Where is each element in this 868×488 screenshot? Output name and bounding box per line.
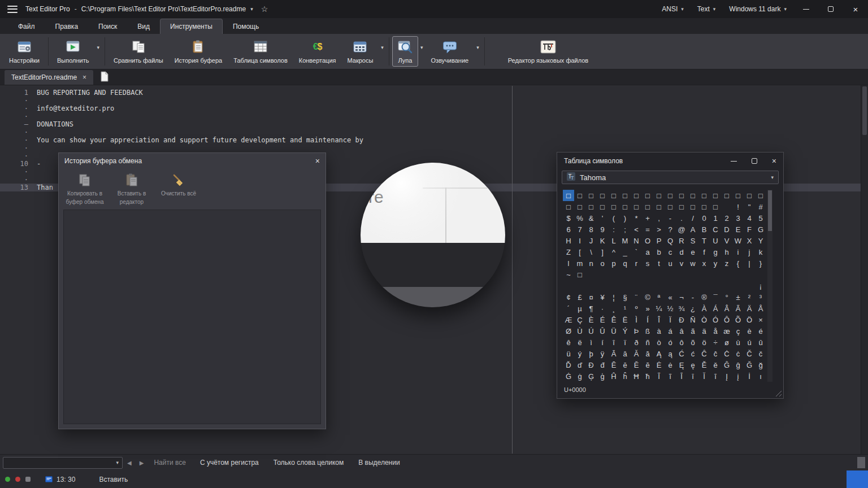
toolbar-dropdown-magnifier[interactable]: ▾ — [418, 43, 426, 51]
char-cell[interactable]: ę — [687, 359, 698, 371]
char-cell[interactable]: □ — [721, 190, 732, 201]
char-cell[interactable]: ÿ — [597, 348, 608, 359]
tab-close-icon[interactable]: × — [83, 73, 86, 81]
char-cell[interactable]: Þ — [631, 325, 642, 337]
char-cell[interactable]: K — [597, 235, 608, 246]
char-cell[interactable]: w — [687, 258, 698, 269]
char-cell[interactable]: ĭ — [710, 371, 721, 382]
insert-mode-label[interactable]: Вставить — [99, 476, 128, 483]
char-cell[interactable]: H — [563, 235, 574, 246]
char-cell[interactable]: Đ — [585, 359, 597, 371]
char-cell[interactable]: ¦ — [608, 291, 619, 303]
char-cell[interactable]: : — [608, 224, 619, 235]
char-cell[interactable]: □ — [608, 201, 619, 212]
char-cell[interactable] — [721, 201, 732, 212]
char-cell[interactable]: é — [755, 325, 766, 337]
char-cell[interactable]: □ — [574, 190, 585, 201]
search-option-whole-words[interactable]: Только слова целиком — [266, 459, 351, 467]
char-cell[interactable]: Z — [563, 246, 574, 258]
doc-type-select[interactable]: Text▾ — [691, 0, 723, 18]
char-cell[interactable]: ĉ — [710, 348, 721, 359]
char-cell[interactable] — [619, 269, 631, 280]
char-cell[interactable]: r — [631, 258, 642, 269]
char-cell[interactable]: { — [732, 258, 744, 269]
char-cell[interactable] — [721, 280, 732, 291]
char-cell[interactable] — [698, 269, 710, 280]
char-cell[interactable]: T — [698, 235, 710, 246]
char-cell[interactable] — [631, 269, 642, 280]
char-cell[interactable]: À — [698, 303, 710, 314]
editor-line-7[interactable]: ·You can show your appreciation and supp… — [0, 136, 868, 144]
char-cell[interactable]: □ — [710, 201, 721, 212]
char-cell[interactable]: Ù — [574, 325, 585, 337]
char-cell[interactable]: q — [619, 258, 631, 269]
char-cell[interactable]: ! — [732, 201, 744, 212]
char-cell[interactable]: i — [732, 246, 744, 258]
char-cell[interactable]: ) — [619, 212, 631, 224]
char-cell[interactable]: Ę — [676, 359, 687, 371]
char-cell[interactable]: W — [732, 235, 744, 246]
char-cell[interactable]: Û — [597, 325, 608, 337]
char-cell[interactable]: F — [744, 224, 755, 235]
char-cell[interactable] — [563, 280, 574, 291]
editor-line-3[interactable]: ·info@texteditor.pro — [0, 104, 868, 112]
char-cell[interactable]: C — [710, 224, 721, 235]
char-cell[interactable]: ³ — [755, 291, 766, 303]
char-cell[interactable] — [687, 269, 698, 280]
char-cell[interactable]: 4 — [744, 212, 755, 224]
char-cell[interactable]: · — [597, 303, 608, 314]
toolbar-button-speech[interactable]: Озвучивание — [425, 36, 474, 67]
toolbar-button-magnifier[interactable]: Лупа — [392, 36, 418, 67]
char-cell[interactable]: õ — [687, 337, 698, 348]
char-cell[interactable]: g — [710, 246, 721, 258]
char-cell[interactable]: ¯ — [710, 291, 721, 303]
close-icon[interactable]: × — [772, 156, 776, 165]
char-cell[interactable] — [574, 280, 585, 291]
menu-item-help[interactable]: Помощь — [223, 19, 269, 34]
char-cell[interactable]: ß — [642, 325, 653, 337]
char-cell[interactable]: □ — [665, 201, 676, 212]
char-cell[interactable]: á — [665, 325, 676, 337]
char-cell[interactable]: | — [744, 258, 755, 269]
char-cell[interactable]: ï — [619, 337, 631, 348]
char-cell[interactable]: } — [755, 258, 766, 269]
char-cell[interactable]: Ï — [665, 314, 676, 325]
char-cell[interactable]: 8 — [585, 224, 597, 235]
char-cell[interactable]: * — [631, 212, 642, 224]
char-cell[interactable]: □ — [653, 201, 665, 212]
char-cell[interactable]: □ — [631, 190, 642, 201]
char-cell[interactable]: a — [642, 246, 653, 258]
char-cell[interactable]: □ — [755, 190, 766, 201]
char-cell[interactable]: 2 — [721, 212, 732, 224]
char-cell[interactable]: Ģ — [585, 371, 597, 382]
char-cell[interactable]: □ — [619, 190, 631, 201]
char-cell[interactable]: ĕ — [642, 359, 653, 371]
char-cell[interactable]: Ċ — [721, 348, 732, 359]
char-cell[interactable]: y — [710, 258, 721, 269]
char-cell[interactable]: X — [744, 235, 755, 246]
char-cell[interactable]: è — [744, 325, 755, 337]
toolbar-button-char-table[interactable]: Таблица символов — [228, 36, 293, 67]
char-cell[interactable]: ° — [721, 291, 732, 303]
char-cell[interactable]: ĝ — [732, 359, 744, 371]
char-cell[interactable]: Į — [721, 371, 732, 382]
char-cell[interactable]: ¡ — [755, 280, 766, 291]
char-cell[interactable]: < — [631, 224, 642, 235]
char-cell[interactable]: & — [585, 212, 597, 224]
char-cell[interactable]: Ā — [608, 348, 619, 359]
char-cell[interactable]: P — [653, 235, 665, 246]
encoding-select[interactable]: ANSI▾ — [655, 0, 691, 18]
char-cell[interactable]: ă — [642, 348, 653, 359]
clipboard-button-copy-to-clipboard[interactable]: Копировать вбуфер обмена — [62, 171, 107, 208]
toolbar-button-language-editor[interactable]: Редактор языковых файлов — [502, 36, 594, 67]
char-cell[interactable]: Ú — [585, 325, 597, 337]
char-cell[interactable]: , — [653, 212, 665, 224]
menu-item-file[interactable]: Файл — [8, 19, 45, 34]
char-cell[interactable]: ± — [732, 291, 744, 303]
char-cell[interactable]: µ — [574, 303, 585, 314]
char-cell[interactable] — [642, 280, 653, 291]
char-cell[interactable]: Ė — [653, 359, 665, 371]
char-cell[interactable]: Ì — [631, 314, 642, 325]
char-cell[interactable]: ® — [698, 291, 710, 303]
hamburger-menu-icon[interactable] — [7, 6, 18, 13]
